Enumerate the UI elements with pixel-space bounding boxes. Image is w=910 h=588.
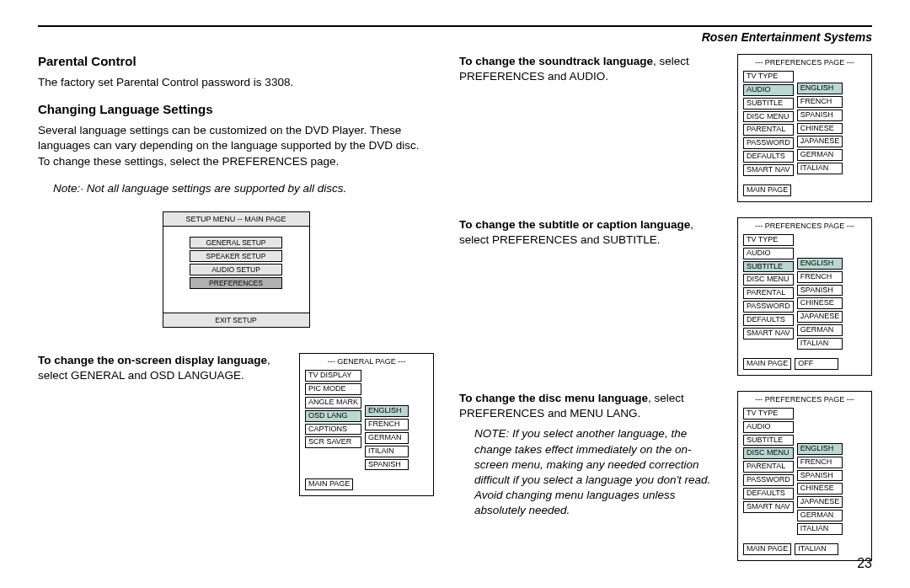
menu-item: DISC MENU (743, 111, 794, 123)
heading-parental-control: Parental Control (38, 54, 434, 68)
menu-item: CHINESE (797, 123, 843, 135)
menu-item: SMART NAV (743, 164, 794, 176)
menu-item: CAPTIONS (305, 424, 361, 436)
menu-item: AUDIO (743, 421, 794, 433)
menu-item: ITALIAN (797, 523, 843, 535)
menu-item: JAPANESE (797, 311, 843, 323)
setup-menu-item: SPEAKER SETUP (190, 250, 282, 262)
menu-item: DEFAULTS (743, 314, 794, 326)
menu-item: JAPANESE (797, 496, 843, 508)
pref-audio-title: --- PREFERENCES PAGE --- (743, 59, 866, 67)
menu-item: AUDIO (743, 248, 794, 259)
menu-item: SUBTITLE (743, 261, 794, 273)
menu-item: SPANISH (797, 470, 843, 482)
setup-menu-item: AUDIO SETUP (190, 264, 282, 275)
general-page-title: --- GENERAL PAGE --- (305, 358, 428, 366)
pref-subtitle-footer1: MAIN PAGE (743, 358, 791, 370)
menu-item: SPANISH (797, 285, 843, 297)
menu-item: SPANISH (365, 459, 409, 471)
menu-item: DISC MENU (743, 274, 794, 286)
pref-audio-figure: --- PREFERENCES PAGE --- TV TYPEAUDIOSUB… (737, 54, 872, 202)
menu-item: OSD LANG (305, 410, 361, 422)
disc-menu-note: NOTE: If you select another language, th… (474, 426, 725, 518)
parental-control-text: The factory set Parental Control passwor… (38, 75, 434, 90)
menu-item: GERMAN (797, 149, 843, 161)
pref-audio-footer: MAIN PAGE (743, 184, 791, 196)
setup-menu-footer: EXIT SETUP (163, 313, 309, 327)
menu-item: ANGLE MARK (305, 397, 361, 409)
menu-item: TV TYPE (743, 71, 794, 83)
pref-subtitle-title: --- PREFERENCES PAGE --- (743, 222, 866, 231)
menu-item: ENGLISH (797, 443, 843, 455)
menu-item: JAPANESE (797, 136, 843, 147)
menu-item: SUBTITLE (743, 435, 794, 446)
setup-menu-item: PREFERENCES (190, 277, 282, 289)
menu-item: PARENTAL (743, 287, 794, 299)
menu-item: ENGLISH (797, 258, 843, 270)
menu-item: DEFAULTS (743, 151, 794, 163)
menu-item: GERMAN (365, 432, 409, 444)
menu-item: TV TYPE (743, 234, 794, 246)
menu-item: DEFAULTS (743, 488, 794, 500)
menu-item: CHINESE (797, 483, 843, 494)
language-settings-text: Several language settings can be customi… (38, 123, 434, 169)
menu-item: GERMAN (797, 324, 843, 336)
menu-item: CHINESE (797, 297, 843, 309)
setup-menu-title: SETUP MENU -- MAIN PAGE (163, 212, 309, 227)
menu-item: PARENTAL (743, 461, 794, 473)
menu-item: AUDIO (743, 84, 794, 96)
menu-item: SMART NAV (743, 328, 794, 339)
menu-item: FRENCH (365, 419, 409, 430)
menu-item: FRENCH (797, 457, 843, 468)
menu-item: GERMAN (797, 510, 843, 521)
menu-item: PASSWORD (743, 474, 794, 486)
menu-item: SCR SAVER (305, 436, 361, 448)
pref-subtitle-figure: --- PREFERENCES PAGE --- TV TYPEAUDIOSUB… (737, 217, 872, 376)
menu-item: SPANISH (797, 110, 843, 121)
setup-menu-item: GENERAL SETUP (190, 237, 282, 249)
menu-item: DISC MENU (743, 447, 794, 459)
menu-item: FRENCH (797, 271, 843, 283)
pref-disc-footer1: MAIN PAGE (743, 543, 791, 555)
pref-disc-footer2: ITALIAN (795, 543, 838, 555)
menu-item: ITILAIN (365, 446, 409, 457)
menu-item: PARENTAL (743, 124, 794, 136)
heading-language-settings: Changing Language Settings (38, 102, 434, 116)
menu-item: ITALIAN (797, 163, 843, 174)
subtitle-instruction: To change the subtitle or caption langua… (459, 217, 725, 248)
menu-item: TV TYPE (743, 408, 794, 420)
general-footer: MAIN PAGE (305, 478, 353, 490)
menu-item: SMART NAV (743, 501, 794, 513)
language-note: Note:· Not all language settings are sup… (53, 181, 434, 196)
menu-item: SUBTITLE (743, 98, 794, 110)
osd-instruction: To change the on-screen display language… (38, 353, 286, 383)
menu-item: FRENCH (797, 96, 843, 108)
menu-item: PASSWORD (743, 137, 794, 149)
pref-subtitle-footer2: OFF (795, 358, 838, 370)
pref-disc-figure: --- PREFERENCES PAGE --- TV TYPEAUDIOSUB… (737, 391, 872, 561)
menu-item: PASSWORD (743, 301, 794, 313)
menu-item: ITALIAN (797, 338, 843, 350)
brand-label: Rosen Entertainment Systems (38, 30, 872, 44)
menu-item: PIC MODE (305, 383, 361, 395)
menu-item: TV DISPLAY (305, 370, 361, 382)
menu-item: ENGLISH (365, 405, 409, 417)
menu-item: ENGLISH (797, 83, 843, 94)
general-page-figure: --- GENERAL PAGE --- TV DISPLAYPIC MODEA… (299, 353, 434, 496)
pref-disc-title: --- PREFERENCES PAGE --- (743, 396, 866, 404)
disc-menu-instruction: To change the disc menu language, select… (459, 391, 725, 421)
page-number: 23 (857, 556, 872, 571)
setup-menu-figure: SETUP MENU -- MAIN PAGE GENERAL SETUPSPE… (163, 211, 310, 328)
audio-instruction: To change the soundtrack language, selec… (459, 54, 725, 84)
